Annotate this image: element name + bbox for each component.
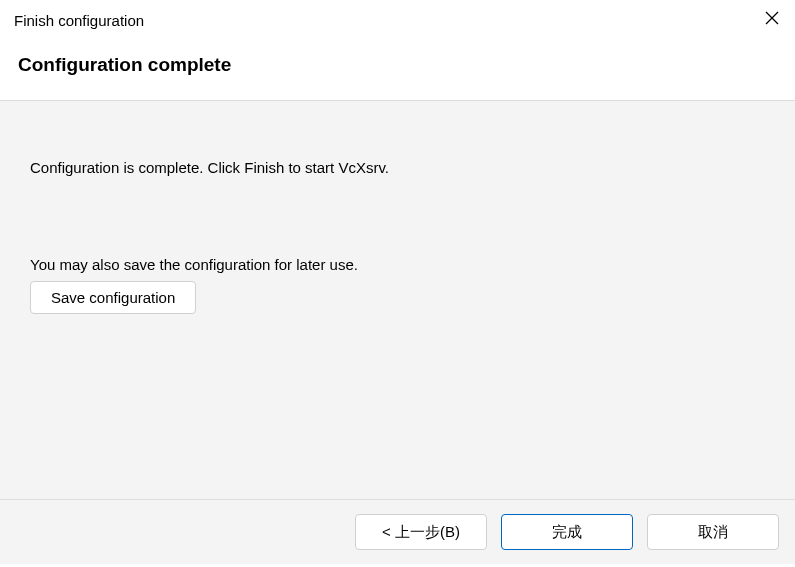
window-title: Finish configuration (14, 12, 144, 29)
header-band: Configuration complete (0, 40, 795, 101)
secondary-message: You may also save the configuration for … (30, 256, 765, 273)
footer: < 上一步(B) 完成 取消 (0, 500, 795, 564)
back-button[interactable]: < 上一步(B) (355, 514, 487, 550)
titlebar: Finish configuration (0, 0, 795, 40)
cancel-button[interactable]: 取消 (647, 514, 779, 550)
close-button[interactable] (749, 0, 795, 40)
save-configuration-button[interactable]: Save configuration (30, 281, 196, 314)
page-title: Configuration complete (18, 54, 777, 76)
content-area: Configuration is complete. Click Finish … (0, 101, 795, 500)
main-message: Configuration is complete. Click Finish … (30, 157, 765, 178)
finish-button[interactable]: 完成 (501, 514, 633, 550)
close-icon (765, 11, 779, 29)
